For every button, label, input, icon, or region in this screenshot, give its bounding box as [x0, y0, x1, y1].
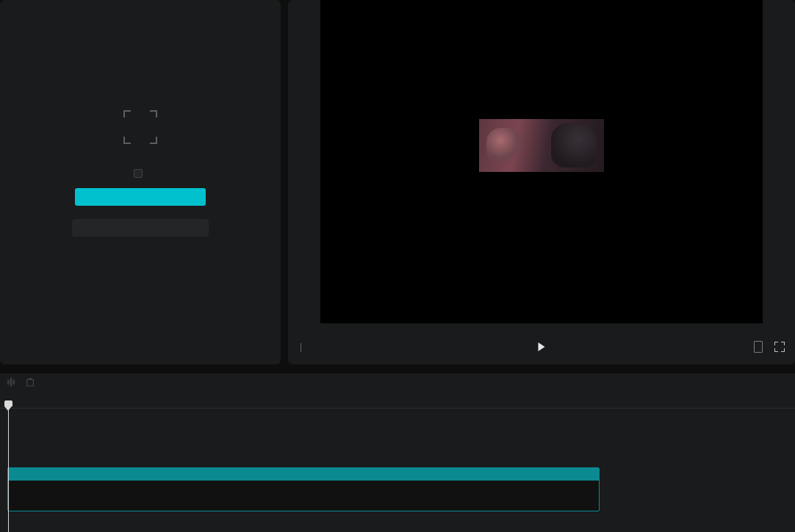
video-frame	[479, 119, 604, 172]
svg-rect-2	[12, 380, 15, 385]
aspect-ratio-button[interactable]	[754, 341, 763, 353]
start-recognition-button[interactable]	[75, 188, 206, 206]
preview-panel: |	[288, 0, 795, 364]
delete-icon[interactable]	[25, 377, 35, 387]
play-icon[interactable]	[539, 342, 545, 351]
timeline-ruler[interactable]	[0, 392, 795, 409]
subtitle-recognize-icon	[123, 110, 157, 144]
video-preview[interactable]	[320, 0, 763, 323]
player-controls: |	[294, 334, 789, 360]
split-icon[interactable]	[6, 377, 16, 387]
timeline-panel	[0, 373, 795, 532]
playhead[interactable]	[8, 404, 9, 532]
fullscreen-icon[interactable]	[774, 342, 785, 352]
video-clip[interactable]	[7, 467, 600, 511]
svg-rect-1	[7, 380, 10, 385]
clip-thumbnails	[8, 481, 599, 511]
recognition-description	[72, 219, 209, 237]
subtitle-recognition-panel	[0, 0, 281, 364]
clip-header	[8, 468, 599, 481]
clear-existing-subtitles-input[interactable]	[134, 169, 143, 178]
timeline-toolbar	[0, 373, 795, 391]
clear-existing-subtitles-checkbox[interactable]	[134, 169, 147, 178]
svg-rect-0	[10, 378, 12, 387]
